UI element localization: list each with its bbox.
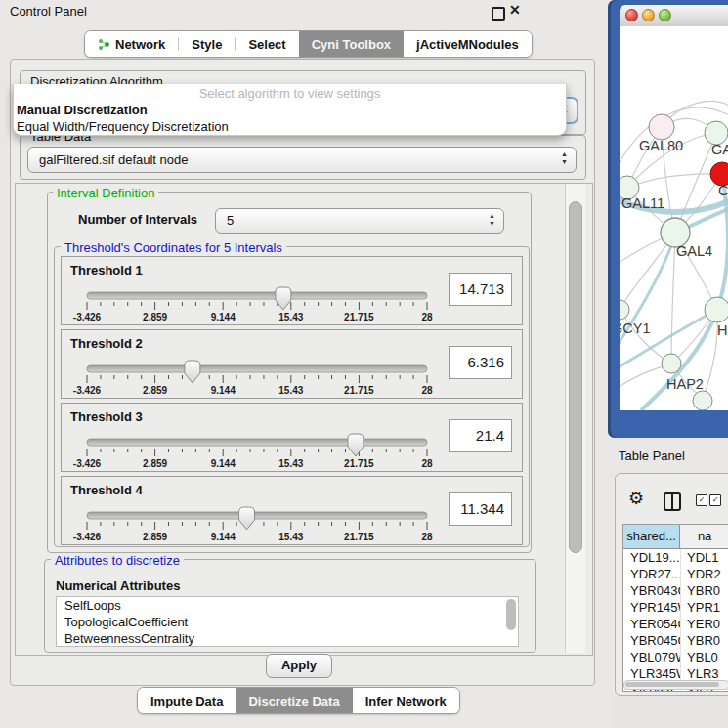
numerical-attributes-label: Numerical Attributes	[56, 578, 180, 593]
attribute-item[interactable]: SelfLoops	[57, 597, 518, 614]
close-icon[interactable]: ✕	[509, 2, 521, 18]
popup-item[interactable]: Manual Discretization	[14, 102, 566, 118]
table-row[interactable]: YER054CYER0	[623, 616, 728, 632]
column-header[interactable]: shared...	[623, 525, 680, 548]
popup-hint: Select algorithm to view settings	[14, 85, 566, 102]
tab-label: Cyni Toolbox	[312, 37, 391, 52]
table-cell: YDL1	[680, 549, 728, 566]
network-node[interactable]	[649, 114, 674, 140]
tab-label: Impute Data	[150, 694, 223, 708]
node-label: GCY1	[620, 321, 651, 336]
right-bottom-strip	[611, 696, 728, 728]
float-window-icon[interactable]	[492, 7, 505, 21]
threshold-row-list: Threshold 1-3.4262.8599.14415.4321.71528…	[61, 256, 523, 549]
node-label: C	[718, 183, 728, 198]
columns-icon[interactable]	[664, 492, 681, 511]
list-scrollbar-thumb[interactable]	[506, 599, 516, 630]
table-panel-title: Table Panel	[619, 449, 685, 463]
num-intervals-spinner[interactable]: 5 ▲▼	[215, 208, 504, 234]
tab-jactivemnodules[interactable]: jActiveMNodules	[404, 31, 532, 57]
table-cell: YDR2	[680, 566, 728, 582]
table-row[interactable]: YBR045CYBR0	[623, 632, 728, 649]
checkbox-icon[interactable]: ✓	[696, 494, 707, 506]
node-attribute-table[interactable]: shared...naYDL19...YDL1YDR27...YDR2YBR04…	[622, 524, 728, 692]
threshold-row: Threshold 3-3.4262.8599.14415.4321.71528…	[61, 403, 523, 472]
gear-icon[interactable]: ⚙	[628, 490, 644, 507]
svg-text:15.43: 15.43	[278, 385, 303, 396]
threshold-value-field[interactable]: 6.316	[449, 346, 512, 379]
table-row[interactable]: YBL079WYBL0	[623, 649, 728, 665]
popup-item-list: Manual DiscretizationEqual Width/Frequen…	[14, 102, 566, 135]
attribute-item[interactable]: TopologicalCoefficient	[57, 614, 518, 630]
svg-text:-3.426: -3.426	[73, 385, 102, 396]
tab-style[interactable]: Style	[179, 31, 235, 57]
svg-text:2.859: 2.859	[143, 312, 167, 322]
apply-button[interactable]: Apply	[266, 654, 332, 678]
table-hscrollbar-thumb[interactable]	[625, 682, 719, 687]
table-cell: YBL0	[680, 649, 728, 665]
network-node[interactable]	[705, 297, 728, 322]
tab-label: Network	[115, 37, 165, 52]
threshold-slider[interactable]: -3.4262.8599.14415.4321.71528	[83, 504, 435, 543]
table-row[interactable]: YDR27...YDR2	[623, 566, 728, 582]
svg-text:28: 28	[421, 385, 433, 396]
table-row[interactable]: YDL19...YDL1	[623, 549, 728, 566]
svg-text:15.43: 15.43	[278, 458, 303, 469]
tab-cyni-toolbox[interactable]: Cyni Toolbox	[299, 31, 404, 57]
network-window-titlebar[interactable]	[620, 5, 728, 27]
svg-text:9.144: 9.144	[211, 458, 236, 469]
checkbox-icon[interactable]: ✓	[709, 494, 721, 506]
tab-impute-data[interactable]: Impute Data	[138, 688, 236, 713]
network-node[interactable]	[693, 391, 712, 410]
zoom-traffic-light[interactable]	[659, 9, 671, 21]
threshold-value-field[interactable]: 14.713	[449, 273, 512, 306]
slider-thumb[interactable]	[239, 507, 255, 530]
threshold-label: Threshold 2	[70, 336, 143, 351]
tab-discretize-data[interactable]: Discretize Data	[236, 688, 352, 713]
tab-label: Style	[192, 37, 222, 52]
threshold-slider[interactable]: -3.4262.8599.14415.4321.71528	[83, 284, 435, 323]
network-graph[interactable]: GAL80GACGAL11GAL4GCY1HHAP2	[620, 26, 728, 410]
tab-select[interactable]: Select	[236, 31, 298, 57]
threshold-slider[interactable]: -3.4262.8599.14415.4321.71528	[83, 358, 435, 397]
threshold-row: Threshold 2-3.4262.8599.14415.4321.71528…	[61, 329, 523, 399]
table-data-combobox[interactable]: galFiltered.sif default node ▲▼	[27, 147, 577, 173]
network-canvas[interactable]: GAL80GACGAL11GAL4GCY1HHAP2	[620, 26, 728, 410]
slider-thumb[interactable]	[185, 361, 200, 383]
algorithm-dropdown-popup: Select algorithm to view settings Manual…	[13, 84, 567, 136]
popup-item[interactable]: Equal Width/Frequency Discretization	[14, 118, 566, 135]
node-label: H	[717, 322, 727, 338]
scrollbar-thumb[interactable]	[569, 201, 582, 553]
threshold-label: Threshold 4	[70, 483, 143, 497]
network-node[interactable]	[620, 300, 629, 320]
tab-label: Infer Network	[365, 694, 447, 708]
threshold-value-field[interactable]: 11.344	[449, 492, 512, 526]
table-row[interactable]: YBR043CYBR0	[623, 582, 728, 599]
slider-thumb[interactable]	[348, 434, 364, 456]
tab-infer-network[interactable]: Infer Network	[353, 688, 459, 713]
tab-network[interactable]: Network	[85, 31, 178, 57]
control-panel-window: Control Panel ✕ NetworkStyleSelectCyni T…	[0, 0, 728, 728]
attribute-item[interactable]: BetweennessCentrality	[57, 630, 518, 647]
numerical-attributes-list[interactable]: SelfLoopsTopologicalCoefficientBetweenne…	[56, 596, 519, 647]
node-label: GA	[711, 142, 728, 157]
svg-text:28: 28	[421, 458, 433, 469]
interval-definition-label: Interval Definition	[53, 186, 158, 200]
svg-text:21.715: 21.715	[344, 532, 374, 542]
table-cell: YER0	[680, 616, 728, 632]
slider-thumb[interactable]	[276, 287, 291, 310]
top-tab-bar: NetworkStyleSelectCyni ToolboxjActiveMNo…	[84, 30, 533, 58]
threshold-label: Threshold 3	[70, 409, 143, 424]
table-data-selected: galFiltered.sif default node	[39, 148, 188, 172]
column-header[interactable]: na	[680, 525, 728, 548]
close-traffic-light[interactable]	[625, 9, 638, 21]
network-node[interactable]	[662, 354, 681, 373]
threshold-slider[interactable]: -3.4262.8599.14415.4321.71528	[83, 431, 435, 470]
thresholds-group-label: Threshold's Coordinates for 5 Intervals	[61, 240, 286, 255]
minimize-traffic-light[interactable]	[642, 9, 655, 21]
table-hscrollbar[interactable]	[623, 680, 728, 690]
table-row[interactable]: YPR145WYPR1	[623, 599, 728, 616]
attributes-group-label: Attributes to discretize	[51, 553, 184, 568]
threshold-value-field[interactable]: 21.4	[449, 419, 512, 452]
svg-text:9.144: 9.144	[211, 532, 236, 542]
